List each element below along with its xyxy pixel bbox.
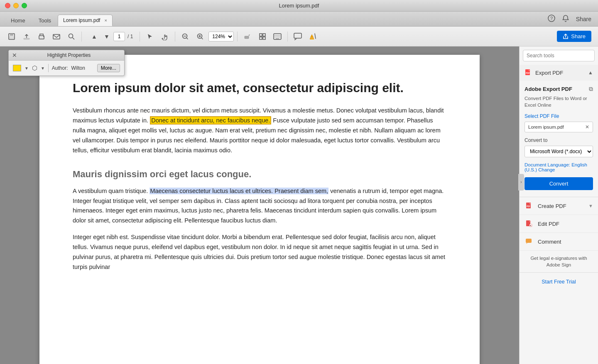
marker-tool-button[interactable] (241, 30, 254, 43)
select-tool-button[interactable] (143, 30, 157, 43)
save-button[interactable] (5, 30, 18, 43)
search-button[interactable] (65, 30, 78, 43)
share-button[interactable]: Share (557, 31, 591, 42)
svg-rect-5 (24, 38, 29, 39)
comment-label: Comment (538, 239, 561, 245)
tab-active-label: Lorem ipsum.pdf (63, 17, 100, 23)
select-pdf-label: Select PDF File (524, 113, 593, 119)
svg-rect-30 (294, 33, 301, 38)
tab-home[interactable]: Home (4, 15, 32, 26)
notifications-button[interactable] (562, 15, 569, 24)
create-pdf-item[interactable]: PDF Create PDF ▼ (520, 197, 598, 215)
esign-desc: Get legal e-signatures with Adobe Sign (524, 255, 593, 268)
export-pdf-content: Adobe Export PDF ⧉ Convert PDF Files to … (520, 81, 598, 197)
tab-close-button[interactable]: × (104, 18, 107, 23)
svg-rect-9 (53, 34, 60, 39)
window-title: Lorem ipsum.pdf (279, 2, 319, 9)
svg-text:PDF: PDF (526, 72, 530, 74)
author-label: Author: (52, 65, 68, 71)
svg-rect-29 (276, 38, 279, 39)
convert-button[interactable]: Convert (524, 177, 593, 190)
create-pdf-label: Create PDF (538, 203, 566, 209)
highlight-properties-panel: ✕ Highlight Properties ▼ ⬡ ▼ Author: Wil… (8, 50, 125, 76)
edit-pdf-icon (524, 219, 534, 228)
change-link[interactable]: Change (538, 167, 555, 172)
more-button[interactable]: More... (97, 64, 120, 72)
print-button[interactable] (35, 30, 48, 43)
page-number-input[interactable]: 1 (113, 32, 125, 41)
fit-page-button[interactable] (256, 30, 269, 43)
right-panel-collapse-arrow[interactable]: › (518, 174, 519, 191)
file-name: Lorem ipsum.pdf (525, 122, 582, 132)
file-clear-button[interactable]: ✕ (582, 122, 593, 132)
chevron-down-icon[interactable]: ▼ (25, 66, 29, 71)
comment-item[interactable]: Comment (520, 233, 598, 251)
zoom-select[interactable]: 124% 100% 75% 150% (208, 32, 234, 42)
page-total: / 1 (127, 34, 133, 39)
zoom-out-button[interactable] (179, 30, 192, 43)
highlight-toolbar-button[interactable] (306, 30, 319, 43)
author-name: Wilton (71, 65, 85, 71)
pdf-area[interactable]: ✕ Highlight Properties ▼ ⬡ ▼ Author: Wil… (0, 46, 519, 364)
keyboard-button[interactable] (271, 30, 284, 43)
next-page-button[interactable]: ▼ (101, 31, 113, 42)
convert-to-label: Convert to (524, 137, 593, 143)
search-tools-input[interactable] (523, 50, 595, 61)
share-label: Share (571, 33, 586, 39)
pdf-page: Lorem ipsum dolor sit amet, consectetur … (39, 55, 480, 364)
svg-text:PDF: PDF (527, 205, 530, 208)
svg-rect-31 (310, 38, 314, 39)
upload-button[interactable] (20, 30, 33, 43)
highlight-panel-close[interactable]: ✕ (12, 52, 17, 59)
highlight-panel-header: ✕ Highlight Properties (9, 50, 124, 61)
pdf-para1: Vestibulum rhoncus ante nec mauris dictu… (73, 106, 446, 156)
tabbar-actions: ? Share (548, 15, 591, 24)
zoom-in-button[interactable] (194, 30, 207, 43)
svg-rect-15 (263, 34, 265, 36)
maximize-window-button[interactable] (22, 3, 27, 8)
start-free-trial-link[interactable]: Start Free Trial (542, 279, 576, 285)
pdf-para2-text-before: A vestibulum quam tristique. (73, 188, 148, 194)
email-button[interactable] (50, 30, 63, 43)
traffic-lights (5, 3, 27, 8)
svg-point-10 (69, 34, 73, 38)
hand-tool-button[interactable] (158, 30, 172, 43)
create-pdf-expand[interactable]: ▼ (588, 203, 593, 208)
minimize-window-button[interactable] (13, 3, 19, 8)
svg-text:?: ? (550, 16, 553, 21)
copy-icon[interactable]: ⧉ (589, 86, 593, 93)
comment-icon (524, 237, 534, 246)
export-pdf-title: PDF Export PDF (524, 69, 563, 76)
tab-list: Home Tools Lorem ipsum.pdf × (4, 15, 113, 26)
pdf-heading2: Mauris dignissim orci eget lacus congue. (73, 169, 446, 180)
titlebar: Lorem ipsum.pdf (0, 0, 598, 12)
export-pdf-icon: PDF (524, 69, 532, 76)
edit-pdf-label: Edit PDF (538, 221, 559, 227)
adobe-export-title: Adobe Export PDF (524, 86, 572, 92)
svg-rect-7 (40, 37, 43, 39)
comment-toolbar-button[interactable] (291, 30, 304, 43)
doc-lang-label: Document Language: (524, 162, 570, 167)
help-button[interactable]: ? (548, 15, 555, 24)
opacity-icon[interactable]: ⬡ (32, 64, 37, 72)
export-pdf-section: PDF Export PDF ▲ Adobe Export PDF ⧉ Conv… (520, 65, 598, 197)
export-pdf-label: Export PDF (535, 70, 563, 76)
convert-to-select[interactable]: Microsoft Word (*.docx) Microsoft Excel … (524, 146, 593, 157)
color-swatch[interactable] (13, 65, 21, 71)
prev-page-button[interactable]: ▲ (88, 31, 100, 42)
close-window-button[interactable] (5, 3, 10, 8)
sign-in-button[interactable]: Share (576, 16, 591, 22)
main-toolbar: ▲ ▼ 1 / 1 124% 100% 75% 150% (0, 27, 598, 46)
export-pdf-collapse-icon[interactable]: ▲ (588, 70, 593, 76)
tabbar: Home Tools Lorem ipsum.pdf × ? Share (0, 12, 598, 27)
doc-lang: Document Language: English (U.S.) Change (524, 162, 593, 172)
tab-tools[interactable]: Tools (32, 15, 58, 26)
edit-pdf-item[interactable]: Edit PDF (520, 215, 598, 233)
chevron-down-icon2[interactable]: ▼ (41, 66, 45, 71)
svg-point-8 (43, 36, 44, 37)
svg-rect-13 (245, 36, 249, 39)
tab-active-document[interactable]: Lorem ipsum.pdf × (58, 15, 113, 26)
svg-rect-4 (10, 37, 14, 39)
export-pdf-header[interactable]: PDF Export PDF ▲ (520, 65, 598, 81)
svg-rect-16 (260, 37, 262, 39)
